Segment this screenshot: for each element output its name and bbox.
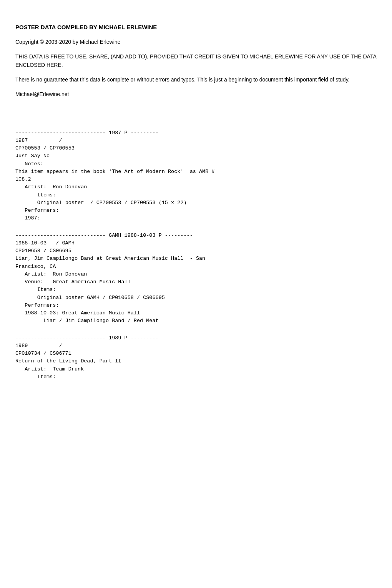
- spacer: [15, 114, 377, 129]
- license-text: THIS DATA IS FREE TO USE, SHARE, (AND AD…: [15, 52, 377, 70]
- record-1989: ----------------------------- 1989 P ---…: [15, 334, 377, 381]
- disclaimer-text: There is no guarantee that this data is …: [15, 75, 377, 84]
- record-1987: ----------------------------- 1987 P ---…: [15, 129, 377, 223]
- record-gamh: ----------------------------- GAMH 1988-…: [15, 232, 377, 325]
- copyright-text: Copyright © 2003-2020 by Michael Erlewin…: [15, 38, 377, 46]
- page-title: POSTER DATA COMPILED BY MICHAEL ERLEWINE: [15, 23, 377, 32]
- email-text: Michael@Erlewine.net: [15, 90, 377, 98]
